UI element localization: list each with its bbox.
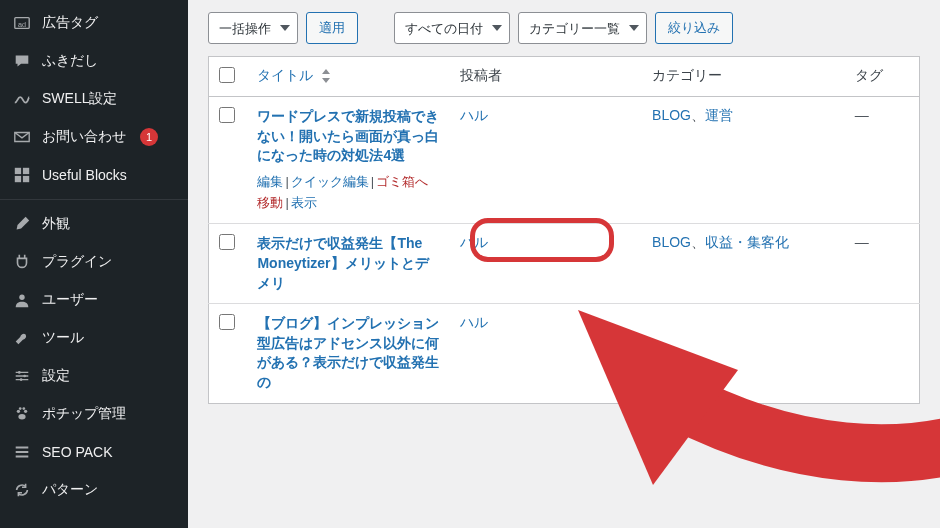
view-link[interactable]: 表示	[291, 195, 317, 210]
apply-button[interactable]: 適用	[306, 12, 358, 44]
sidebar-item-label: ふきだし	[42, 52, 98, 70]
refresh-icon	[12, 480, 32, 500]
svg-rect-4	[15, 176, 21, 182]
column-header-category: カテゴリー	[642, 57, 845, 97]
sidebar-item-fukidashi[interactable]: ふきだし	[0, 42, 188, 80]
svg-rect-3	[23, 168, 29, 174]
sidebar-item-users[interactable]: ユーザー	[0, 281, 188, 319]
sidebar-item-swell[interactable]: SWELL設定	[0, 80, 188, 118]
post-title-link[interactable]: ワードプレスで新規投稿できない！開いたら画面が真っ白になった時の対処法4選	[257, 108, 439, 163]
sidebar-item-label: SWELL設定	[42, 90, 117, 108]
svg-point-12	[19, 407, 22, 410]
tag-cell: —	[855, 107, 869, 123]
edit-link[interactable]: 編集	[257, 174, 283, 189]
sort-icon	[321, 69, 331, 83]
sidebar-separator	[0, 199, 188, 200]
svg-point-14	[18, 414, 25, 419]
plug-icon	[12, 252, 32, 272]
category-link[interactable]: 収益・集客化	[705, 234, 789, 250]
sidebar-item-label: 外観	[42, 215, 70, 233]
sidebar-item-label: ユーザー	[42, 291, 98, 309]
table-row: ワードプレスで新規投稿できない！開いたら画面が真っ白になった時の対処法4選 編集…	[209, 97, 920, 224]
speech-icon	[12, 51, 32, 71]
svg-point-13	[22, 407, 25, 410]
post-title-link[interactable]: 表示だけで収益発生【The Moneytizer】メリットとデメリ	[257, 235, 428, 290]
author-link[interactable]: ハル	[460, 314, 488, 330]
column-header-title[interactable]: タイトル	[247, 57, 450, 97]
author-link[interactable]: ハル	[460, 234, 488, 250]
select-all-checkbox[interactable]	[219, 67, 235, 83]
svg-rect-2	[15, 168, 21, 174]
user-icon	[12, 290, 32, 310]
sidebar-item-label: ツール	[42, 329, 84, 347]
notification-badge: 1	[140, 128, 158, 146]
author-link[interactable]: ハル	[460, 107, 488, 123]
svg-text:ad: ad	[18, 20, 26, 29]
category-cell: BLOG、運営	[642, 97, 845, 224]
sidebar-item-seopack[interactable]: SEO PACK	[0, 433, 188, 471]
sidebar-item-label: 広告タグ	[42, 14, 98, 32]
sliders-icon	[12, 366, 32, 386]
blocks-icon	[12, 165, 32, 185]
mail-icon	[12, 127, 32, 147]
category-link[interactable]: BLOG	[652, 234, 691, 250]
svg-point-8	[23, 375, 26, 378]
sidebar-item-adtag[interactable]: ad 広告タグ	[0, 4, 188, 42]
content-area: 一括操作 適用 すべての日付 カテゴリー一覧 絞り込み タイトル 投稿者 カテゴ…	[188, 0, 940, 528]
sidebar-item-usefulblocks[interactable]: Useful Blocks	[0, 156, 188, 194]
brush-icon	[12, 214, 32, 234]
wrench-icon	[12, 328, 32, 348]
sidebar-item-tools[interactable]: ツール	[0, 319, 188, 357]
svg-point-9	[20, 378, 23, 381]
list-icon	[12, 442, 32, 462]
sidebar-item-contact[interactable]: お問い合わせ 1	[0, 118, 188, 156]
sidebar-item-pochip[interactable]: ポチップ管理	[0, 395, 188, 433]
sidebar-item-label: SEO PACK	[42, 444, 113, 460]
sidebar-item-label: パターン	[42, 481, 98, 499]
sidebar-item-label: ポチップ管理	[42, 405, 126, 423]
sidebar-item-patterns[interactable]: パターン	[0, 471, 188, 509]
svg-point-7	[18, 371, 21, 374]
sidebar-item-label: Useful Blocks	[42, 167, 127, 183]
sidebar-item-settings[interactable]: 設定	[0, 357, 188, 395]
swell-icon	[12, 89, 32, 109]
tag-cell: —	[855, 234, 869, 250]
bulk-action-select[interactable]: 一括操作	[208, 12, 298, 44]
table-row: 表示だけで収益発生【The Moneytizer】メリットとデメリ ハル BLO…	[209, 224, 920, 304]
row-checkbox[interactable]	[219, 234, 235, 250]
posts-table: タイトル 投稿者 カテゴリー タグ ワードプレスで新規投稿できない！開いたら画面…	[208, 56, 920, 404]
sidebar-item-label: 設定	[42, 367, 70, 385]
sidebar-item-label: プラグイン	[42, 253, 112, 271]
row-actions: 編集|クイック編集|ゴミ箱へ移動|表示	[257, 172, 440, 214]
sidebar-item-plugins[interactable]: プラグイン	[0, 243, 188, 281]
ad-icon: ad	[12, 13, 32, 33]
column-header-tag: タグ	[845, 57, 920, 97]
category-link[interactable]: BLOG	[652, 107, 691, 123]
svg-point-11	[24, 410, 27, 413]
svg-point-10	[17, 410, 20, 413]
category-filter-select[interactable]: カテゴリー一覧	[518, 12, 647, 44]
sidebar-item-label: お問い合わせ	[42, 128, 126, 146]
post-title-link[interactable]: 【ブログ】インプレッション型広告はアドセンス以外に何がある？表示だけで収益発生の	[257, 315, 439, 390]
date-filter-select[interactable]: すべての日付	[394, 12, 510, 44]
quick-edit-link[interactable]: クイック編集	[291, 174, 369, 189]
admin-sidebar: ad 広告タグ ふきだし SWELL設定 お問い合わせ 1 Useful Blo…	[0, 0, 188, 528]
table-row: 【ブログ】インプレッション型広告はアドセンス以外に何がある？表示だけで収益発生の…	[209, 304, 920, 403]
category-link[interactable]: 運営	[705, 107, 733, 123]
filter-button[interactable]: 絞り込み	[655, 12, 733, 44]
svg-point-6	[19, 295, 24, 300]
sidebar-item-appearance[interactable]: 外観	[0, 205, 188, 243]
row-checkbox[interactable]	[219, 107, 235, 123]
category-cell: BLOG、収益・集客化	[642, 224, 845, 304]
filter-bar: 一括操作 適用 すべての日付 カテゴリー一覧 絞り込み	[188, 0, 940, 56]
column-header-author: 投稿者	[450, 57, 642, 97]
paw-icon	[12, 404, 32, 424]
row-checkbox[interactable]	[219, 314, 235, 330]
svg-rect-5	[23, 176, 29, 182]
